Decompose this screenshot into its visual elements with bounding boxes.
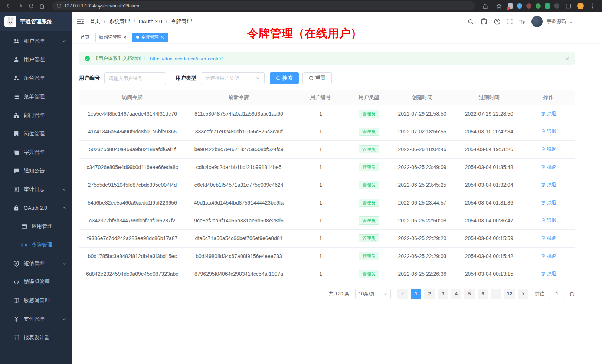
bookmark-star-icon[interactable] — [494, 1, 504, 11]
site-info-icon[interactable] — [56, 3, 62, 9]
page-button[interactable]: ··· — [491, 289, 501, 299]
app-title: 芋道管理系统 — [20, 18, 52, 25]
sidebar-item[interactable]: 岗位管理 — [0, 125, 72, 143]
tokens-table: 访问令牌 刷新令牌 用户编号 用户类型 创建时间 过期时间 操作 — [79, 90, 575, 283]
sidebar-item[interactable]: 应用管理 — [0, 217, 72, 236]
alert-doc-link[interactable]: https://doc.iocoder.cn/user-center/ — [150, 56, 223, 62]
page-button[interactable]: 3 — [438, 289, 448, 299]
page-button[interactable]: 1 — [411, 289, 421, 299]
force-logout-button[interactable]: 强退 — [541, 128, 556, 135]
page-button[interactable]: 2 — [424, 289, 435, 299]
back-icon[interactable] — [4, 1, 13, 11]
caret-down-icon[interactable] — [569, 21, 573, 24]
sidebar-item-icon — [13, 94, 19, 100]
app-logo[interactable]: 芋道管理系统 — [0, 12, 72, 31]
page-button[interactable]: 6 — [478, 289, 488, 299]
user-type-label: 用户类型 — [176, 75, 196, 82]
sidebar-item[interactable]: 短信管理 — [0, 254, 72, 273]
user-type-select[interactable]: 请选择用户类型 — [201, 72, 265, 84]
search-icon[interactable] — [468, 19, 474, 25]
force-logout-button[interactable]: 强退 — [541, 146, 556, 153]
breadcrumb-item[interactable]: 系统管理 — [100, 18, 130, 25]
force-logout-button[interactable]: 强退 — [541, 271, 556, 277]
alert-close-icon[interactable] — [565, 57, 569, 61]
sidebar-item[interactable]: 租户管理 — [0, 32, 72, 50]
user-id-cell: 1 — [292, 247, 349, 265]
reload-icon[interactable] — [26, 1, 36, 11]
sidebar-item[interactable]: 敏感词管理 — [0, 291, 72, 310]
breadcrumb-item[interactable]: 令牌管理 — [162, 18, 192, 25]
page-button[interactable]: 12 — [504, 289, 515, 299]
tab-label: 令牌管理 — [141, 34, 159, 40]
extension-icon-2[interactable] — [517, 3, 522, 9]
close-icon[interactable] — [161, 36, 164, 39]
sidebar-item[interactable]: 字典管理 — [0, 143, 72, 162]
user-avatar[interactable] — [531, 16, 543, 27]
user-id-cell: 1 — [292, 123, 349, 140]
sidebar-item[interactable]: 角色管理 — [0, 69, 72, 87]
user-id-input[interactable] — [104, 72, 166, 84]
sidebar-item[interactable]: 令牌管理 — [0, 236, 72, 254]
next-page-button[interactable] — [518, 289, 528, 299]
extension-icon-5[interactable] — [545, 3, 550, 9]
force-logout-button[interactable]: 强退 — [541, 164, 556, 171]
sidebar-item[interactable]: 报表设计器 — [0, 328, 72, 347]
breadcrumb-item[interactable]: OAuth 2.0 — [130, 19, 162, 24]
user-type-cell: 管理员 — [349, 176, 389, 194]
share-icon[interactable] — [480, 1, 490, 11]
address-bar[interactable]: 127.0.0.1:1024/system/oauth2/token — [52, 1, 475, 10]
extension-icon-4[interactable] — [536, 3, 541, 9]
sidebar-item[interactable]: 审计日志 — [0, 180, 72, 199]
extension-icon-1[interactable] — [508, 3, 513, 9]
force-logout-label: 强退 — [547, 271, 556, 277]
goto-page-input[interactable] — [549, 289, 565, 299]
github-icon[interactable] — [480, 18, 488, 25]
force-logout-button[interactable]: 强退 — [541, 253, 556, 259]
browser-profile-avatar[interactable] — [577, 3, 584, 9]
force-logout-button[interactable]: 强退 — [541, 199, 556, 206]
force-logout-label: 强退 — [547, 182, 556, 188]
close-icon[interactable] — [123, 36, 127, 39]
trash-icon — [541, 129, 546, 134]
page-size-select[interactable]: 10条/页 — [355, 289, 391, 299]
force-logout-button[interactable]: 强退 — [541, 235, 556, 242]
breadcrumb-item[interactable]: 首页 — [90, 18, 100, 25]
search-button[interactable]: 搜索 — [270, 72, 299, 84]
table-header-cell: 刷新令牌 — [186, 90, 292, 105]
tab[interactable]: 首页 — [77, 33, 93, 42]
force-logout-button[interactable]: 强退 — [541, 182, 556, 188]
user-type-badge: 管理员 — [359, 128, 379, 136]
font-size-icon[interactable] — [519, 19, 525, 25]
side-panel-icon[interactable] — [563, 1, 573, 11]
sidebar-item[interactable]: 用户管理 — [0, 50, 72, 69]
sidebar-item-label: 短信管理 — [24, 260, 58, 267]
force-logout-button[interactable]: 强退 — [541, 217, 556, 224]
sidebar-item[interactable]: 菜单管理 — [0, 87, 72, 106]
sidebar-item[interactable]: 错误码管理 — [0, 273, 72, 291]
sidebar-item[interactable]: 部门管理 — [0, 106, 72, 125]
sidebar-item-label: 支付管理 — [24, 316, 58, 322]
sidebar-item-icon — [13, 57, 19, 63]
sidebar-item[interactable]: 通知公告 — [0, 162, 72, 180]
page-button[interactable]: 4 — [451, 289, 461, 299]
extension-icon-3[interactable] — [526, 3, 531, 9]
fullscreen-icon[interactable] — [507, 19, 513, 24]
force-logout-button[interactable]: 强退 — [541, 110, 556, 117]
user-name[interactable]: 芋道源码 — [547, 18, 566, 25]
help-icon[interactable] — [494, 19, 500, 25]
prev-page-button[interactable] — [397, 289, 408, 299]
tab[interactable]: 敏感词管理 — [95, 33, 130, 42]
page-button[interactable]: 5 — [464, 289, 475, 299]
browser-actions — [480, 1, 598, 11]
home-icon[interactable] — [37, 1, 47, 11]
sidebar-item[interactable]: OAuth 2.0 — [0, 199, 72, 217]
forward-icon[interactable] — [15, 1, 24, 11]
sidebar-item[interactable]: 支付管理 — [0, 310, 72, 328]
sidebar-toggle-icon[interactable] — [77, 19, 84, 25]
access-token-cell: c342377bf8b344799dcbf7bf095287f2 — [79, 212, 186, 229]
created-time-cell: 2022-06-25 22:26:36 — [389, 265, 455, 283]
browser-menu-icon[interactable] — [588, 1, 598, 11]
extension-icon-6[interactable] — [554, 3, 559, 9]
reset-button[interactable]: 重置 — [302, 72, 332, 84]
tab[interactable]: 令牌管理 — [132, 33, 168, 42]
